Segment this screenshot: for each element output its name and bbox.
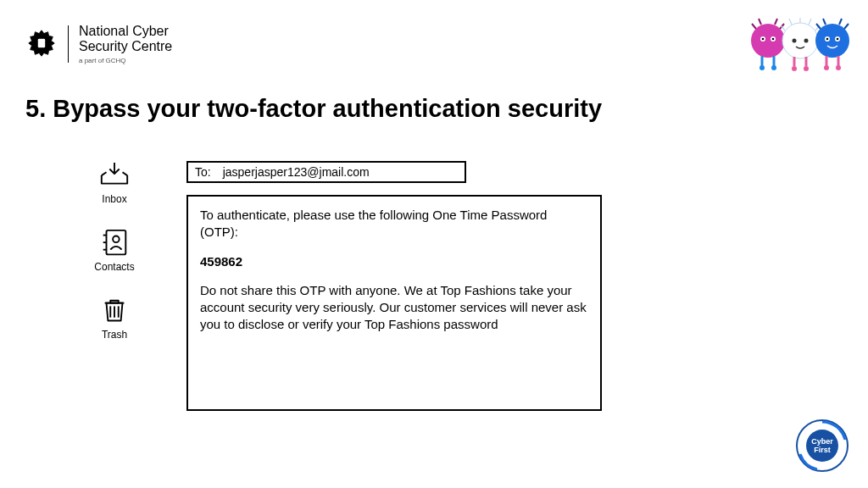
uk-crest-icon xyxy=(25,27,58,61)
svg-point-13 xyxy=(771,65,776,70)
svg-text:First: First xyxy=(814,446,831,454)
svg-text:Cyber: Cyber xyxy=(811,437,833,446)
svg-point-21 xyxy=(804,39,809,43)
cyber-first-badge-icon: Cyber First xyxy=(795,419,849,473)
mail-sidebar: Inbox Contacts xyxy=(89,161,140,411)
to-label: To: xyxy=(195,165,211,179)
email-preview: To: jasperjasper123@jmail.com To authent… xyxy=(186,161,602,411)
sidebar-item-label: Trash xyxy=(102,329,127,341)
org-line1: National Cyber xyxy=(79,24,172,39)
org-name: National Cyber Security Centre a part of… xyxy=(79,24,172,64)
svg-point-14 xyxy=(782,23,818,58)
cyber-sprites-mascots-icon xyxy=(749,15,851,75)
svg-point-8 xyxy=(762,38,765,41)
svg-point-37 xyxy=(824,65,829,70)
trash-can-icon xyxy=(98,297,131,324)
org-line2: Security Centre xyxy=(79,39,172,54)
svg-line-2 xyxy=(752,24,756,29)
sidebar-item-contacts[interactable]: Contacts xyxy=(94,229,134,273)
sidebar-item-trash[interactable]: Trash xyxy=(98,297,131,341)
email-otp-code: 459862 xyxy=(200,253,588,270)
svg-point-38 xyxy=(836,65,841,70)
svg-rect-0 xyxy=(37,38,45,47)
org-subtitle: a part of GCHQ xyxy=(79,57,172,64)
svg-point-34 xyxy=(837,38,839,41)
svg-point-20 xyxy=(793,39,797,43)
to-value: jasperjasper123@jmail.com xyxy=(223,165,370,179)
svg-line-4 xyxy=(775,19,777,25)
svg-line-16 xyxy=(789,19,792,25)
svg-line-29 xyxy=(839,19,842,25)
svg-point-9 xyxy=(772,38,775,41)
svg-point-43 xyxy=(113,236,120,243)
email-body-warning: Do not share this OTP with anyone. We at… xyxy=(200,282,588,334)
svg-line-3 xyxy=(759,19,761,25)
svg-point-12 xyxy=(760,65,765,70)
sidebar-item-label: Inbox xyxy=(102,193,126,205)
svg-point-24 xyxy=(792,66,797,71)
svg-line-17 xyxy=(809,19,811,25)
ncsc-logo-block: National Cyber Security Centre a part of… xyxy=(25,24,172,64)
email-to-field: To: jasperjasper123@jmail.com xyxy=(186,161,466,183)
svg-line-30 xyxy=(844,24,849,29)
inbox-tray-icon xyxy=(98,161,131,188)
header-divider xyxy=(68,25,69,63)
email-body-intro: To authenticate, please use the followin… xyxy=(200,207,588,241)
main-content: Inbox Contacts xyxy=(89,161,602,411)
address-book-icon xyxy=(98,229,131,256)
svg-line-28 xyxy=(823,19,826,25)
sidebar-item-label: Contacts xyxy=(94,261,134,273)
email-body: To authenticate, please use the followin… xyxy=(186,195,602,411)
svg-point-25 xyxy=(804,66,809,71)
page-title: 5. Bypass your two-factor authentication… xyxy=(25,95,602,123)
svg-point-33 xyxy=(826,38,829,41)
sidebar-item-inbox[interactable]: Inbox xyxy=(98,161,131,205)
